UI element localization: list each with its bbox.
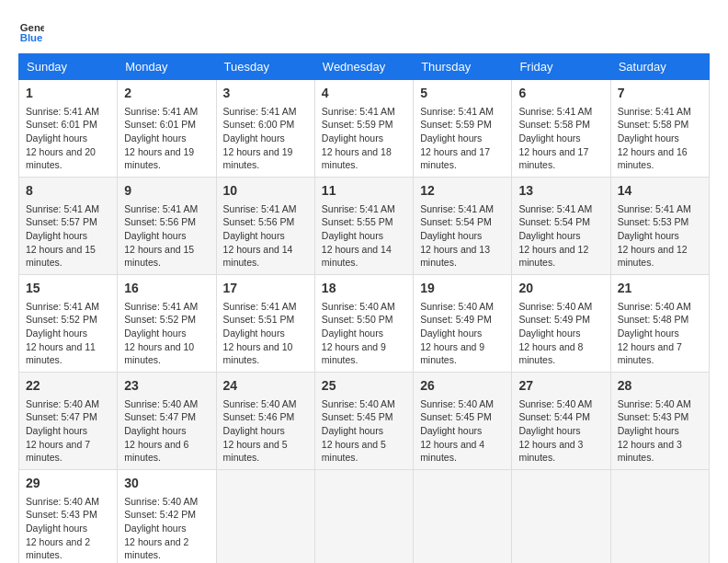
daylight-duration: 12 hours and 7 minutes. bbox=[26, 439, 90, 464]
sunrise: Sunrise: 5:41 AM bbox=[618, 203, 691, 214]
header-sunday: Sunday bbox=[19, 54, 118, 80]
sunrise: Sunrise: 5:40 AM bbox=[322, 398, 395, 409]
week-row-4: 22Sunrise: 5:40 AMSunset: 5:47 PMDayligh… bbox=[19, 373, 710, 470]
sunset: Sunset: 5:58 PM bbox=[518, 119, 590, 130]
day-number: 21 bbox=[618, 280, 702, 298]
calendar-cell: 30Sunrise: 5:40 AMSunset: 5:42 PMDayligh… bbox=[118, 470, 216, 563]
daylight-duration: 12 hours and 11 minutes. bbox=[26, 341, 96, 366]
daylight-duration: 12 hours and 3 minutes. bbox=[618, 439, 682, 464]
day-number: 11 bbox=[322, 182, 406, 201]
calendar-cell: 14Sunrise: 5:41 AMSunset: 5:53 PMDayligh… bbox=[610, 178, 709, 275]
header-friday: Friday bbox=[512, 54, 610, 80]
calendar-cell: 1Sunrise: 5:41 AMSunset: 6:01 PMDaylight… bbox=[19, 80, 118, 178]
header-thursday: Thursday bbox=[414, 54, 512, 80]
daylight-label: Daylight hours bbox=[124, 523, 186, 534]
daylight-label: Daylight hours bbox=[26, 327, 87, 339]
calendar-cell: 6Sunrise: 5:41 AMSunset: 5:58 PMDaylight… bbox=[512, 80, 610, 178]
sunrise: Sunrise: 5:40 AM bbox=[26, 496, 99, 507]
sunset: Sunset: 5:49 PM bbox=[518, 314, 590, 325]
sunrise: Sunrise: 5:41 AM bbox=[26, 106, 99, 117]
calendar-cell bbox=[610, 470, 709, 563]
daylight-duration: 12 hours and 15 minutes. bbox=[26, 244, 96, 269]
sunset: Sunset: 5:54 PM bbox=[518, 216, 590, 227]
daylight-label: Daylight hours bbox=[322, 327, 383, 339]
svg-text:Blue: Blue bbox=[20, 32, 43, 43]
daylight-duration: 12 hours and 16 minutes. bbox=[618, 146, 688, 171]
daylight-label: Daylight hours bbox=[322, 132, 383, 144]
sunrise: Sunrise: 5:41 AM bbox=[124, 106, 198, 117]
daylight-label: Daylight hours bbox=[124, 425, 186, 436]
daylight-label: Daylight hours bbox=[124, 327, 186, 339]
day-number: 6 bbox=[518, 85, 603, 103]
daylight-duration: 12 hours and 5 minutes. bbox=[223, 439, 288, 464]
daylight-label: Daylight hours bbox=[618, 132, 679, 144]
daylight-duration: 12 hours and 9 minutes. bbox=[322, 341, 386, 366]
daylight-label: Daylight hours bbox=[26, 523, 87, 534]
sunrise: Sunrise: 5:41 AM bbox=[223, 203, 297, 214]
sunset: Sunset: 5:59 PM bbox=[322, 119, 393, 130]
sunset: Sunset: 5:49 PM bbox=[420, 314, 492, 325]
daylight-label: Daylight hours bbox=[26, 230, 87, 241]
sunrise: Sunrise: 5:41 AM bbox=[223, 106, 297, 117]
day-number: 7 bbox=[618, 85, 702, 103]
daylight-label: Daylight hours bbox=[618, 425, 679, 436]
sunrise: Sunrise: 5:41 AM bbox=[26, 203, 99, 214]
header-monday: Monday bbox=[118, 54, 216, 80]
daylight-label: Daylight hours bbox=[518, 425, 580, 436]
sunset: Sunset: 5:56 PM bbox=[223, 216, 295, 227]
week-row-1: 1Sunrise: 5:41 AMSunset: 6:01 PMDaylight… bbox=[19, 80, 710, 178]
sunset: Sunset: 5:57 PM bbox=[26, 216, 97, 227]
daylight-label: Daylight hours bbox=[618, 230, 679, 241]
day-number: 9 bbox=[124, 182, 209, 201]
daylight-label: Daylight hours bbox=[420, 425, 482, 436]
sunrise: Sunrise: 5:40 AM bbox=[618, 301, 691, 312]
daylight-duration: 12 hours and 3 minutes. bbox=[518, 439, 583, 464]
day-number: 12 bbox=[420, 182, 505, 201]
sunset: Sunset: 5:43 PM bbox=[26, 509, 97, 520]
calendar-cell: 25Sunrise: 5:40 AMSunset: 5:45 PMDayligh… bbox=[314, 373, 413, 470]
day-number: 10 bbox=[223, 182, 308, 201]
sunset: Sunset: 5:59 PM bbox=[420, 119, 492, 130]
calendar-cell: 15Sunrise: 5:41 AMSunset: 5:52 PMDayligh… bbox=[19, 275, 118, 373]
daylight-label: Daylight hours bbox=[322, 425, 383, 436]
sunset: Sunset: 5:44 PM bbox=[518, 411, 590, 422]
sunset: Sunset: 5:51 PM bbox=[223, 314, 295, 325]
daylight-label: Daylight hours bbox=[223, 132, 285, 144]
calendar-cell: 23Sunrise: 5:40 AMSunset: 5:47 PMDayligh… bbox=[118, 373, 216, 470]
sunrise: Sunrise: 5:40 AM bbox=[223, 398, 297, 409]
day-number: 3 bbox=[223, 85, 308, 103]
sunset: Sunset: 5:53 PM bbox=[618, 216, 689, 227]
day-number: 8 bbox=[26, 182, 110, 201]
daylight-label: Daylight hours bbox=[618, 327, 679, 339]
daylight-duration: 12 hours and 4 minutes. bbox=[420, 439, 484, 464]
day-number: 20 bbox=[518, 280, 603, 298]
sunset: Sunset: 5:45 PM bbox=[322, 411, 393, 422]
sunrise: Sunrise: 5:41 AM bbox=[124, 301, 198, 312]
sunrise: Sunrise: 5:41 AM bbox=[124, 203, 198, 214]
header-saturday: Saturday bbox=[610, 54, 709, 80]
sunrise: Sunrise: 5:40 AM bbox=[420, 301, 494, 312]
sunset: Sunset: 5:47 PM bbox=[124, 411, 196, 422]
daylight-label: Daylight hours bbox=[124, 132, 186, 144]
week-row-3: 15Sunrise: 5:41 AMSunset: 5:52 PMDayligh… bbox=[19, 275, 710, 373]
daylight-label: Daylight hours bbox=[322, 230, 383, 241]
daylight-label: Daylight hours bbox=[518, 327, 580, 339]
daylight-label: Daylight hours bbox=[420, 132, 482, 144]
sunrise: Sunrise: 5:40 AM bbox=[124, 398, 198, 409]
sunset: Sunset: 6:01 PM bbox=[124, 119, 196, 130]
daylight-duration: 12 hours and 14 minutes. bbox=[223, 244, 293, 269]
sunrise: Sunrise: 5:40 AM bbox=[322, 301, 395, 312]
sunrise: Sunrise: 5:41 AM bbox=[322, 106, 395, 117]
sunset: Sunset: 5:52 PM bbox=[26, 314, 97, 325]
sunset: Sunset: 5:45 PM bbox=[420, 411, 492, 422]
calendar-cell: 24Sunrise: 5:40 AMSunset: 5:46 PMDayligh… bbox=[216, 373, 314, 470]
daylight-duration: 12 hours and 15 minutes. bbox=[124, 244, 194, 269]
sunrise: Sunrise: 5:40 AM bbox=[26, 398, 99, 409]
day-number: 24 bbox=[223, 377, 308, 396]
sunset: Sunset: 5:58 PM bbox=[618, 119, 689, 130]
sunrise: Sunrise: 5:41 AM bbox=[322, 203, 395, 214]
daylight-duration: 12 hours and 8 minutes. bbox=[518, 341, 583, 366]
calendar-cell: 21Sunrise: 5:40 AMSunset: 5:48 PMDayligh… bbox=[610, 275, 709, 373]
day-number: 13 bbox=[518, 182, 603, 201]
daylight-label: Daylight hours bbox=[26, 132, 87, 144]
